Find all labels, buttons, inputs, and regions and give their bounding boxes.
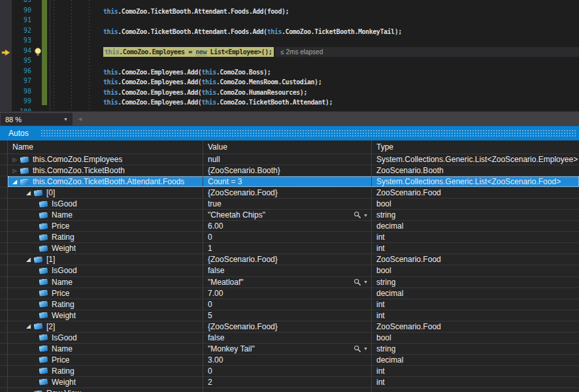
- variable-name-cell[interactable]: Name: [8, 277, 203, 287]
- variable-name-cell[interactable]: Weight: [8, 243, 203, 253]
- autos-row[interactable]: ◢[2]{ZooScenario.Food}ZooScenario.Food: [0, 321, 579, 333]
- variable-name-cell[interactable]: Price: [8, 221, 203, 231]
- horizontal-scrollbar[interactable]: 88 % ▼ ◄: [0, 111, 579, 126]
- variable-name-cell[interactable]: Price: [8, 355, 203, 365]
- autos-row[interactable]: Rating0int: [0, 366, 579, 377]
- autos-row[interactable]: ▷Raw View: [0, 388, 579, 392]
- code-line-89[interactable]: [51, 0, 579, 7]
- column-header-type[interactable]: Type: [372, 140, 579, 154]
- variable-name-cell[interactable]: IsGood: [8, 333, 203, 343]
- code-line-91[interactable]: [51, 16, 579, 27]
- variable-value-cell[interactable]: {ZooScenario.Food}: [203, 254, 372, 265]
- variable-value-cell[interactable]: true: [203, 199, 372, 209]
- variable-value-cell[interactable]: [203, 388, 372, 392]
- variable-name-cell[interactable]: ▷Raw View: [8, 388, 203, 392]
- chevron-down-icon[interactable]: ▼: [363, 213, 368, 218]
- expanded-expander-icon[interactable]: ◢: [24, 188, 33, 198]
- variable-value-cell[interactable]: 2: [203, 377, 372, 387]
- variable-name-cell[interactable]: ▷this.ComoZoo.TicketBooth: [8, 165, 203, 176]
- variable-name-cell[interactable]: Price: [8, 288, 203, 299]
- expanded-expander-icon[interactable]: ◢: [24, 255, 33, 265]
- autos-row[interactable]: ◢[1]{ZooScenario.Food}ZooScenario.Food: [0, 254, 579, 265]
- autos-row[interactable]: Price6.00decimal: [0, 221, 579, 232]
- editor-zoom-select[interactable]: 88 % ▼: [0, 112, 73, 126]
- variable-name-cell[interactable]: Rating: [8, 366, 203, 376]
- autos-row[interactable]: ▷this.ComoZoo.TicketBooth{ZooScenario.Bo…: [0, 165, 579, 176]
- variable-value-cell[interactable]: 0: [203, 366, 372, 376]
- variable-value-cell[interactable]: Count = 3: [203, 176, 372, 187]
- value-visualizer[interactable]: ▼: [354, 345, 369, 353]
- magnifier-icon[interactable]: [354, 211, 361, 219]
- variable-value-cell[interactable]: "Monkey Tail"▼: [203, 344, 372, 354]
- variable-value-cell[interactable]: 5: [203, 310, 372, 321]
- lightbulb-icon[interactable]: [34, 48, 42, 57]
- autos-titlebar[interactable]: Autos: [0, 126, 579, 140]
- column-header-value[interactable]: Value: [203, 140, 372, 154]
- variable-value-cell[interactable]: {ZooScenario.Food}: [203, 188, 372, 198]
- autos-row[interactable]: ◢[0]{ZooScenario.Food}ZooScenario.Food: [0, 188, 579, 199]
- autos-row[interactable]: Weight1int: [0, 243, 579, 254]
- variable-value-cell[interactable]: 1: [203, 243, 372, 253]
- collapsed-expander-icon[interactable]: ▷: [10, 166, 20, 176]
- autos-row[interactable]: IsGoodfalsebool: [0, 265, 579, 276]
- variable-name-cell[interactable]: ▷this.ComoZoo.Employees: [8, 154, 203, 165]
- code-line-99[interactable]: this.ComoZoo.Employees.Add(this.ComoZoo.…: [51, 97, 579, 108]
- variable-name-cell[interactable]: Name: [8, 210, 203, 220]
- autos-row[interactable]: Rating0int: [0, 299, 579, 310]
- autos-row[interactable]: Rating0int: [0, 232, 579, 243]
- autos-row[interactable]: Name"Monkey Tail"▼string: [0, 344, 579, 355]
- variable-name-cell[interactable]: IsGood: [8, 199, 203, 209]
- collapsed-expander-icon[interactable]: ▷: [10, 155, 20, 165]
- variable-name-cell[interactable]: IsGood: [8, 265, 203, 276]
- variable-value-cell[interactable]: 6.00: [203, 221, 372, 231]
- variable-value-cell[interactable]: "Cheetah Chips"▼: [203, 210, 372, 220]
- autos-row[interactable]: IsGoodtruebool: [0, 199, 579, 210]
- value-visualizer[interactable]: ▼: [354, 278, 369, 286]
- code-line-90[interactable]: this.ComoZoo.TicketBooth.Attendant.Foods…: [51, 7, 579, 17]
- variable-value-cell[interactable]: 0: [203, 299, 372, 310]
- autos-row[interactable]: Name"Cheetah Chips"▼string: [0, 210, 579, 221]
- code-line-94[interactable]: this.ComoZoo.Employees = new List<Employ…: [51, 47, 579, 57]
- chevron-down-icon[interactable]: ▼: [363, 346, 368, 351]
- code-line-96[interactable]: this.ComoZoo.Employees.Add(this.ComoZoo.…: [51, 67, 579, 78]
- variable-value-cell[interactable]: {ZooScenario.Food}: [203, 321, 372, 332]
- variable-value-cell[interactable]: {ZooScenario.Booth}: [203, 165, 372, 176]
- code-line-95[interactable]: [51, 57, 579, 67]
- chevron-down-icon[interactable]: ▼: [363, 280, 368, 284]
- variable-name-cell[interactable]: Rating: [8, 232, 203, 242]
- magnifier-icon[interactable]: [354, 278, 361, 286]
- variable-name-cell[interactable]: ◢[0]: [8, 188, 203, 198]
- column-header-name[interactable]: Name: [8, 140, 203, 154]
- expanded-expander-icon[interactable]: ◢: [24, 321, 33, 331]
- magnifier-icon[interactable]: [354, 345, 361, 353]
- scroll-left-arrow-icon[interactable]: ◄: [77, 115, 83, 123]
- code-editor[interactable]: 8990919293949596979899100 this.ComoZoo.T…: [0, 0, 579, 111]
- code-line-92[interactable]: this.ComoZoo.TicketBooth.Attendant.Foods…: [51, 27, 579, 37]
- variable-name-cell[interactable]: ◢[2]: [8, 321, 203, 332]
- collapsed-expander-icon[interactable]: ▷: [24, 389, 33, 392]
- autos-row[interactable]: Name"Meatloaf"▼string: [0, 277, 579, 288]
- variable-name-cell[interactable]: Name: [8, 344, 203, 354]
- autos-row[interactable]: Price3.00decimal: [0, 355, 579, 366]
- variable-value-cell[interactable]: false: [203, 333, 372, 343]
- code-line-97[interactable]: this.ComoZoo.Employees.Add(this.ComoZoo.…: [51, 77, 579, 88]
- code-line-98[interactable]: this.ComoZoo.Employees.Add(this.ComoZoo.…: [51, 88, 579, 98]
- variable-value-cell[interactable]: "Meatloaf"▼: [203, 277, 372, 287]
- variable-value-cell[interactable]: false: [203, 265, 372, 276]
- autos-row[interactable]: Weight2int: [0, 377, 579, 388]
- variable-value-cell[interactable]: 7.00: [203, 288, 372, 299]
- variable-name-cell[interactable]: Weight: [8, 310, 203, 321]
- variable-value-cell[interactable]: 0: [203, 232, 372, 242]
- autos-row[interactable]: Price7.00decimal: [0, 288, 579, 299]
- variable-name-cell[interactable]: Rating: [8, 299, 203, 310]
- value-visualizer[interactable]: ▼: [354, 211, 369, 219]
- autos-row[interactable]: ◢this.ComoZoo.TicketBooth.Attendant.Food…: [0, 176, 579, 188]
- variable-name-cell[interactable]: Weight: [8, 377, 203, 387]
- variable-name-cell[interactable]: ◢[1]: [8, 254, 203, 265]
- autos-row[interactable]: IsGoodfalsebool: [0, 333, 579, 344]
- expanded-expander-icon[interactable]: ◢: [10, 177, 20, 187]
- variable-value-cell[interactable]: 3.00: [203, 355, 372, 365]
- variable-name-cell[interactable]: ◢this.ComoZoo.TicketBooth.Attendant.Food…: [8, 176, 203, 187]
- code-line-93[interactable]: [51, 37, 579, 47]
- autos-row[interactable]: ▷this.ComoZoo.EmployeesnullSystem.Collec…: [0, 154, 579, 165]
